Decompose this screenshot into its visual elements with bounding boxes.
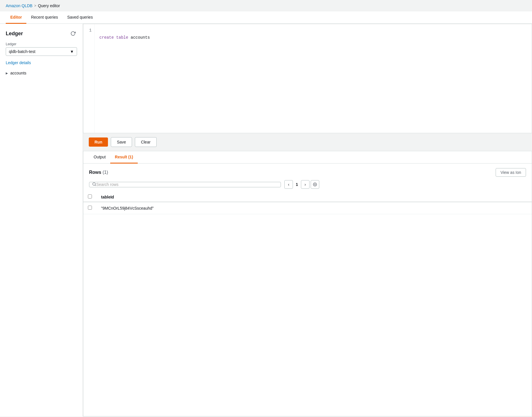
search-icon bbox=[92, 182, 96, 187]
table-header-row: tableId bbox=[83, 192, 532, 202]
tab-result[interactable]: Result (1) bbox=[110, 151, 138, 164]
ledger-label: Ledger bbox=[6, 42, 77, 46]
tab-recent-queries[interactable]: Recent queries bbox=[26, 11, 62, 24]
keyword-create: create bbox=[99, 35, 114, 40]
svg-point-2 bbox=[314, 184, 316, 185]
results-area: Output Result (1) Rows (1) View as Ion bbox=[83, 151, 532, 416]
code-editor-wrapper: 1 create table accounts bbox=[83, 24, 532, 133]
column-header-tableId: tableId bbox=[96, 192, 532, 202]
tab-output[interactable]: Output bbox=[89, 151, 110, 164]
editor-area: 1 create table accounts Run Save Clear O… bbox=[83, 24, 532, 416]
expand-icon: ▶ bbox=[6, 72, 8, 75]
search-pagination-row: ‹ 1 › bbox=[83, 180, 532, 189]
row-checkbox-cell bbox=[83, 202, 96, 214]
select-all-checkbox[interactable] bbox=[88, 194, 92, 198]
line-numbers: 1 bbox=[83, 24, 95, 133]
ledger-details-link[interactable]: Ledger details bbox=[6, 60, 77, 65]
page-number: 1 bbox=[294, 182, 300, 187]
table-identifier: accounts bbox=[131, 35, 150, 40]
header-checkbox-cell bbox=[83, 192, 96, 202]
svg-line-1 bbox=[95, 185, 96, 186]
tab-editor[interactable]: Editor bbox=[6, 11, 26, 24]
breadcrumb-current: Query editor bbox=[38, 3, 60, 8]
sidebar-header: Ledger bbox=[6, 29, 77, 38]
search-rows-input[interactable] bbox=[96, 182, 278, 187]
code-editor: 1 create table accounts bbox=[83, 24, 532, 133]
result-tabs: Output Result (1) bbox=[83, 151, 532, 164]
sidebar-item-accounts[interactable]: ▶ accounts bbox=[6, 70, 77, 76]
code-content[interactable]: create table accounts bbox=[95, 24, 532, 133]
main-layout: Ledger Ledger qldb-batch-test ▼ Ledger d… bbox=[0, 24, 532, 416]
data-table-container: tableId "9MCnOrL59j84VcSsceauhd" bbox=[83, 192, 532, 416]
view-as-ion-button[interactable]: View as Ion bbox=[496, 168, 526, 177]
rows-title-group: Rows (1) bbox=[89, 170, 108, 175]
prev-page-button[interactable]: ‹ bbox=[284, 180, 293, 189]
table-settings-button[interactable] bbox=[311, 180, 319, 189]
data-table: tableId "9MCnOrL59j84VcSsceauhd" bbox=[83, 192, 532, 214]
sidebar: Ledger Ledger qldb-batch-test ▼ Ledger d… bbox=[0, 24, 83, 416]
ledger-select-dropdown[interactable]: qldb-batch-test ▼ bbox=[6, 47, 77, 56]
save-button[interactable]: Save bbox=[111, 137, 132, 147]
breadcrumb-separator: > bbox=[34, 4, 36, 8]
toolbar: Run Save Clear bbox=[83, 133, 532, 151]
sidebar-title: Ledger bbox=[6, 31, 23, 37]
run-button[interactable]: Run bbox=[89, 137, 108, 147]
rows-count: (1) bbox=[103, 170, 108, 175]
chevron-down-icon: ▼ bbox=[70, 49, 74, 54]
row-checkbox[interactable] bbox=[88, 206, 92, 210]
tab-saved-queries[interactable]: Saved queries bbox=[63, 11, 98, 24]
search-bar bbox=[89, 182, 281, 187]
rows-header: Rows (1) View as Ion bbox=[83, 164, 532, 180]
breadcrumb: Amazon QLDB > Query editor bbox=[0, 0, 532, 11]
ledger-select-value: qldb-batch-test bbox=[9, 49, 36, 54]
pagination-controls: ‹ 1 › bbox=[284, 180, 319, 189]
cell-tableId: "9MCnOrL59j84VcSsceauhd" bbox=[96, 202, 532, 214]
table-name-accounts: accounts bbox=[10, 71, 26, 75]
table-row: "9MCnOrL59j84VcSsceauhd" bbox=[83, 202, 532, 214]
line-number-1: 1 bbox=[89, 28, 92, 33]
refresh-icon[interactable] bbox=[69, 29, 77, 38]
ledger-selector-group: Ledger qldb-batch-test ▼ bbox=[6, 42, 77, 56]
top-tabs-bar: Editor Recent queries Saved queries bbox=[0, 11, 532, 24]
clear-button[interactable]: Clear bbox=[135, 137, 156, 147]
rows-title: Rows (1) bbox=[89, 170, 108, 175]
next-page-button[interactable]: › bbox=[301, 180, 310, 189]
keyword-table: table bbox=[116, 35, 128, 40]
breadcrumb-parent-link[interactable]: Amazon QLDB bbox=[6, 3, 32, 8]
